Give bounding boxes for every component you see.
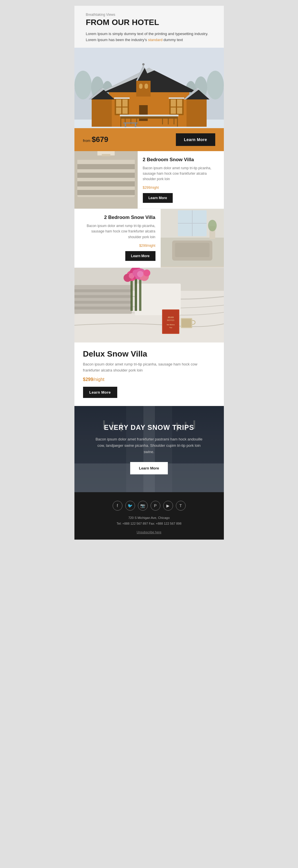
- svg-rect-18: [122, 99, 127, 106]
- hero-learn-more-button[interactable]: Learn More: [176, 133, 215, 146]
- tumblr-icon[interactable]: T: [176, 501, 186, 510]
- youtube-icon[interactable]: ▶: [163, 501, 173, 510]
- delux-section: Delux Snow Villa Bacon ipsum dolor amet …: [74, 342, 224, 406]
- svg-rect-49: [174, 119, 174, 124]
- svg-rect-64: [102, 154, 110, 156]
- room-1-learn-more-button[interactable]: Learn More: [143, 193, 173, 203]
- snow-trips-learn-more-button[interactable]: Learn More: [130, 462, 168, 474]
- svg-point-38: [142, 63, 145, 65]
- svg-rect-40: [145, 84, 148, 89]
- header-body-line2: Lorem Ipsum has been the industry's: [86, 38, 147, 42]
- svg-rect-39: [139, 84, 143, 89]
- svg-rect-51: [114, 97, 129, 99]
- pinterest-icon[interactable]: P: [151, 501, 160, 510]
- big-room-image: JOJO MOYES Me Before You: [74, 268, 224, 342]
- svg-point-90: [143, 270, 150, 276]
- header-section: Breathtaking Views FROM OUR HOTEL Lorem …: [74, 6, 224, 48]
- svg-point-70: [208, 220, 217, 231]
- social-icons-container: f 🐦 📷 P ▶ T: [80, 501, 218, 510]
- svg-rect-20: [122, 107, 127, 114]
- svg-rect-50: [120, 115, 178, 116]
- svg-text:MOYES: MOYES: [167, 319, 174, 321]
- header-body-rest: dummy text: [163, 38, 183, 42]
- svg-point-4: [207, 71, 224, 99]
- room-2-info: 2 Bedroom Snow Villa Bacon ipsum dolor a…: [74, 209, 161, 268]
- header-title: FROM OUR HOTEL: [86, 18, 212, 27]
- svg-rect-79: [74, 301, 132, 304]
- twitter-icon[interactable]: 🐦: [125, 501, 135, 510]
- svg-rect-53: [123, 122, 138, 124]
- footer: f 🐦 📷 P ▶ T 720 S Michigan Ave, Chicago …: [74, 492, 224, 540]
- room-2-title: 2 Bedroom Snow Villa: [80, 215, 155, 220]
- svg-text:You: You: [169, 327, 172, 329]
- snow-trips-section: EVERY DAY SNOW TRIPS Bacon ipsum dolor a…: [74, 406, 224, 492]
- delux-learn-more-button[interactable]: Learn More: [83, 387, 117, 398]
- snow-trips-content: EVERY DAY SNOW TRIPS Bacon ipsum dolor a…: [94, 424, 204, 474]
- svg-rect-47: [162, 119, 163, 124]
- header-eyebrow: Breathtaking Views: [86, 13, 212, 17]
- email-container: Breathtaking Views FROM OUR HOTEL Lorem …: [74, 6, 224, 539]
- svg-rect-25: [177, 107, 182, 114]
- svg-rect-19: [116, 107, 121, 114]
- svg-point-93: [137, 271, 143, 277]
- room-card-1: 2 Bedroom Snow Villa Bacon ipsum dolor a…: [74, 151, 224, 209]
- svg-rect-59: [77, 173, 135, 178]
- svg-rect-22: [171, 99, 176, 106]
- snow-trips-title: EVERY DAY SNOW TRIPS: [94, 424, 204, 432]
- delux-title: Delux Snow Villa: [83, 349, 215, 359]
- svg-rect-80: [74, 307, 132, 309]
- svg-point-2: [74, 71, 92, 99]
- svg-rect-95: [163, 310, 178, 333]
- svg-rect-17: [116, 99, 121, 106]
- room-1-price: $299/night: [143, 185, 219, 190]
- svg-rect-52: [169, 97, 184, 99]
- room-1-info: 2 Bedroom Snow Villa Bacon ipsum dolor a…: [138, 151, 224, 209]
- header-body: Lorem Ipsum is simply dummy text of the …: [86, 31, 212, 43]
- facebook-icon[interactable]: f: [113, 501, 122, 510]
- room-1-image: [74, 151, 138, 209]
- price-bar: from $679 Learn More: [74, 128, 224, 151]
- price-display: from $679: [83, 135, 108, 144]
- header-body-line1: Lorem Ipsum is simply dummy text of the …: [86, 32, 208, 36]
- snow-trips-desc: Bacon ipsum dolor amet frankfurter pastr…: [94, 436, 204, 455]
- svg-rect-24: [171, 107, 176, 114]
- room-2-desc: Bacon ipsum dolor amet rump tri-tip pica…: [80, 223, 155, 240]
- room-1-title: 2 Bedroom Snow Villa: [143, 157, 219, 163]
- svg-rect-62: [77, 157, 135, 160]
- delux-price: $299/night: [83, 377, 215, 382]
- svg-text:Me Before: Me Before: [167, 324, 175, 326]
- svg-rect-78: [74, 295, 132, 298]
- unsubscribe-link[interactable]: Unsubscribe here: [80, 530, 218, 534]
- price-from-label: from: [83, 138, 91, 143]
- svg-rect-43: [177, 119, 178, 127]
- hero-image: [74, 48, 224, 128]
- room-2-learn-more-button[interactable]: Learn More: [125, 251, 155, 261]
- svg-rect-23: [177, 99, 182, 106]
- delux-desc: Bacon ipsum dolor amet rump tri-tip pica…: [83, 362, 215, 374]
- svg-text:JOJO: JOJO: [168, 316, 174, 319]
- svg-rect-55: [135, 124, 136, 127]
- price-amount: $679: [92, 135, 108, 144]
- svg-rect-68: [175, 243, 209, 257]
- svg-rect-82: [130, 276, 133, 311]
- svg-rect-77: [74, 289, 132, 292]
- footer-address: 720 S Michigan Ave, Chicago Tel: +888 12…: [80, 515, 218, 527]
- svg-rect-35: [136, 81, 151, 97]
- room-1-desc: Bacon ipsum dolor amet rump tri-tip pica…: [143, 165, 219, 182]
- footer-address-line1: 720 S Michigan Ave, Chicago: [80, 515, 218, 521]
- footer-contact: Tel: +888 122 567 897 Fax: +888 122 567 …: [80, 521, 218, 527]
- svg-rect-48: [168, 119, 169, 124]
- room-2-price: $299/night: [80, 243, 155, 248]
- header-standard-link[interactable]: standard: [148, 38, 162, 42]
- svg-rect-42: [120, 119, 121, 127]
- instagram-icon[interactable]: 📷: [138, 501, 148, 510]
- room-card-2: 2 Bedroom Snow Villa Bacon ipsum dolor a…: [74, 209, 224, 268]
- svg-rect-101: [182, 319, 191, 327]
- svg-rect-29: [92, 99, 112, 127]
- svg-rect-60: [77, 181, 135, 186]
- svg-rect-54: [125, 124, 126, 127]
- room-2-image: [161, 209, 224, 268]
- svg-rect-30: [186, 99, 207, 127]
- svg-rect-84: [139, 275, 141, 311]
- svg-rect-58: [77, 164, 135, 169]
